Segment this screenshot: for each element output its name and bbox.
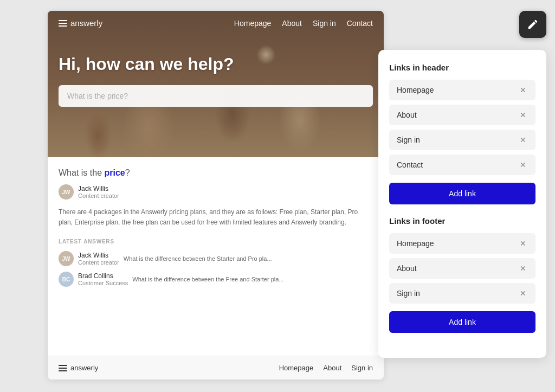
answer-avatar-2: BC xyxy=(59,272,74,287)
right-panel: Links in header Homepage ✕ About ✕ Sign … xyxy=(378,50,546,358)
footer-link-signin[interactable]: Sign in xyxy=(351,364,373,372)
author-info: Jack Willis Content creator xyxy=(78,185,119,199)
author-name: Jack Willis xyxy=(78,185,119,192)
navbar-brand: answerly xyxy=(59,18,102,28)
nav-link-homepage[interactable]: Homepage xyxy=(234,19,272,28)
nav-link-signin[interactable]: Sign in xyxy=(313,19,336,28)
brand-name: answerly xyxy=(70,18,102,28)
navbar: answerly Homepage About Sign in Contact xyxy=(48,11,384,35)
footer-add-link-button[interactable]: Add link xyxy=(389,311,535,333)
header-link-item-1: About ✕ xyxy=(389,105,535,125)
latest-answers-label: LATEST ANSWERS xyxy=(59,239,373,245)
answer-text-2: What is the difference between the Free … xyxy=(132,276,373,282)
header-link-item-0: Homepage ✕ xyxy=(389,80,535,100)
edit-fab[interactable] xyxy=(519,11,546,38)
footer-link-panel-label-1: About xyxy=(397,264,417,273)
footer-link-item-0: Homepage ✕ xyxy=(389,233,535,254)
footer-link-remove-1[interactable]: ✕ xyxy=(518,264,528,273)
header-link-label-3: Contact xyxy=(397,160,423,169)
article-title-highlight: price xyxy=(104,168,125,177)
preview-container: answerly Homepage About Sign in Contact … xyxy=(48,11,384,380)
article-body: There are 4 packages in the Answerly pri… xyxy=(59,207,373,228)
footer-brand-name: answerly xyxy=(70,364,98,372)
footer-link-remove-0[interactable]: ✕ xyxy=(518,239,528,248)
article-title-suffix: ? xyxy=(125,168,130,177)
header-link-remove-0[interactable]: ✕ xyxy=(518,85,528,95)
author-avatar: JW xyxy=(59,184,74,200)
footer-brand: answerly xyxy=(59,364,98,372)
answer-author-1: Jack Willis Content creator xyxy=(78,252,119,266)
hero-section: answerly Homepage About Sign in Contact … xyxy=(48,11,384,157)
answer-text-1: What is the difference between the Start… xyxy=(124,255,373,262)
answer-author-name-1: Jack Willis xyxy=(78,252,119,259)
footer-links-title: Links in footer xyxy=(389,216,535,226)
hero-title: Hi, how can we help? xyxy=(59,54,373,74)
hero-search[interactable]: What is the price? xyxy=(59,85,373,107)
header-link-label-2: Sign in xyxy=(397,136,420,144)
article-author-row: JW Jack Willis Content creator xyxy=(59,184,373,200)
edit-icon xyxy=(527,18,539,30)
footer-link-panel-label-0: Homepage xyxy=(397,239,434,248)
author-role: Content creator xyxy=(78,192,119,199)
hero-content: Hi, how can we help? What is the price? xyxy=(59,54,373,107)
footer-link-item-2: Sign in ✕ xyxy=(389,283,535,304)
header-link-remove-3[interactable]: ✕ xyxy=(518,160,528,170)
answer-row-2: BC Brad Collins Customer Success What is… xyxy=(59,272,373,287)
answer-author-2: Brad Collins Customer Success xyxy=(78,272,128,286)
footer-preview: answerly Homepage About Sign in xyxy=(48,356,384,380)
footer-link-about[interactable]: About xyxy=(323,364,341,372)
answer-author-role-1: Content creator xyxy=(78,259,119,266)
header-link-label-1: About xyxy=(397,111,417,119)
footer-links: Homepage About Sign in xyxy=(279,364,373,372)
article-title-prefix: What is the xyxy=(59,168,104,177)
nav-link-about[interactable]: About xyxy=(282,19,302,28)
answer-avatar-1: JW xyxy=(59,251,74,266)
answer-author-role-2: Customer Success xyxy=(78,280,128,286)
hamburger-icon xyxy=(59,20,67,27)
footer-link-panel-label-2: Sign in xyxy=(397,289,420,298)
article-title: What is the price? xyxy=(59,168,373,178)
footer-link-item-1: About ✕ xyxy=(389,258,535,279)
header-links-title: Links in header xyxy=(389,63,535,72)
header-link-item-3: Contact ✕ xyxy=(389,155,535,175)
answer-row-1: JW Jack Willis Content creator What is t… xyxy=(59,251,373,266)
footer-link-homepage[interactable]: Homepage xyxy=(279,364,314,372)
navbar-links: Homepage About Sign in Contact xyxy=(234,19,373,28)
header-link-label-0: Homepage xyxy=(397,86,434,94)
content-area: What is the price? JW Jack Willis Conten… xyxy=(48,157,384,303)
footer-hamburger-icon xyxy=(59,365,67,371)
header-link-item-2: Sign in ✕ xyxy=(389,130,535,150)
footer-link-remove-2[interactable]: ✕ xyxy=(518,288,528,298)
header-link-remove-2[interactable]: ✕ xyxy=(518,135,528,145)
header-add-link-button[interactable]: Add link xyxy=(389,183,535,204)
answer-author-name-2: Brad Collins xyxy=(78,272,128,280)
nav-link-contact[interactable]: Contact xyxy=(347,19,373,28)
header-link-remove-1[interactable]: ✕ xyxy=(518,110,528,120)
